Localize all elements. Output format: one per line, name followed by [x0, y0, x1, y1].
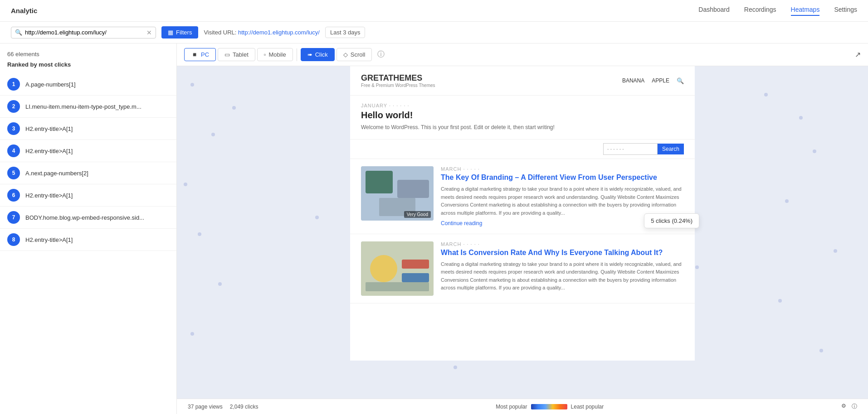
export-icon[interactable]: ↗: [855, 50, 861, 59]
visited-url-link[interactable]: http://demo1.elightup.com/lucy/: [238, 29, 320, 36]
item-number: 7: [7, 211, 20, 224]
item-label: A.page-numbers[1]: [25, 81, 76, 88]
list-item[interactable]: 8 H2.entry-title>A[1]: [0, 229, 176, 251]
item-label: H2.entry-title>A[1]: [25, 125, 73, 132]
search-icon: 🔍: [15, 29, 22, 36]
blog-post-branding: Very Good MARCH · · · · · The Key Of Bra…: [350, 159, 695, 234]
blog-nav-banana[interactable]: BANANA: [622, 77, 644, 84]
heatmap-legend: Most popular Least popular: [496, 404, 604, 410]
tab-tablet[interactable]: ▭ Tablet: [218, 48, 255, 61]
clicks-stat: 2,049 clicks: [230, 404, 258, 410]
filter-icon: ▦: [168, 29, 173, 36]
info-circle-icon[interactable]: ⓘ: [852, 403, 857, 410]
list-item[interactable]: 4 H2.entry-title>A[1]: [0, 140, 176, 162]
blog-search-input[interactable]: [603, 143, 658, 155]
info-icon[interactable]: ⓘ: [377, 50, 385, 59]
item-number: 8: [7, 233, 20, 246]
svg-rect-1: [366, 171, 393, 193]
blog-logo: GRETATHEMES Free & Premium WordPress The…: [361, 73, 435, 88]
list-item[interactable]: 7 BODY.home.blog.wp-embed-responsive.sid…: [0, 207, 176, 229]
item-label: H2.entry-title>A[1]: [25, 192, 73, 199]
bottom-right-icons: ⚙ ⓘ: [841, 403, 857, 410]
sidebar: 66 elements Ranked by most clicks 1 A.pa…: [0, 43, 177, 414]
nav-settings[interactable]: Settings: [834, 6, 857, 16]
click-tooltip: 5 clicks (0.24%): [644, 213, 699, 228]
ranked-heading: Ranked by most clicks: [0, 61, 176, 73]
tablet-icon: ▭: [224, 51, 230, 58]
list-item[interactable]: 2 LI.menu-item.menu-item-type-post_type.…: [0, 96, 176, 118]
item-label: BODY.home.blog.wp-embed-responsive.sid..…: [25, 214, 144, 221]
item-number: 6: [7, 189, 20, 202]
blog-search-icon[interactable]: 🔍: [677, 77, 684, 84]
last-days-badge[interactable]: Last 3 days: [325, 27, 366, 38]
item-number: 3: [7, 122, 20, 135]
scroll-icon: ◇: [343, 51, 348, 58]
blog-logo-tagline: Free & Premium WordPress Themes: [361, 83, 435, 88]
nav-dashboard[interactable]: Dashboard: [698, 6, 730, 16]
visited-url-label: Visited URL: http://demo1.elightup.com/l…: [204, 29, 320, 36]
tab-pc[interactable]: ◾ PC: [184, 48, 216, 61]
post-excerpt: Welcome to WordPress. This is your first…: [361, 123, 684, 132]
page-views-stat: 37 page views: [188, 404, 223, 410]
tab-scroll[interactable]: ◇ Scroll: [336, 48, 372, 61]
nav-heatmaps[interactable]: Heatmaps: [791, 6, 820, 16]
post-body: Creating a digital marketing strategy to…: [441, 185, 684, 217]
item-label: A.next.page-numbers[2]: [25, 170, 88, 177]
element-count: 66 elements: [0, 51, 176, 61]
bottom-bar: 37 page views 2,049 clicks Most popular …: [177, 399, 868, 414]
item-number: 1: [7, 78, 20, 91]
cursor-icon: ➠: [307, 51, 312, 58]
item-number: 4: [7, 144, 20, 157]
post-title[interactable]: Hello world!: [361, 110, 684, 120]
least-popular-label: Least popular: [571, 404, 604, 410]
legend-gradient: [531, 404, 567, 409]
list-item[interactable]: 6 H2.entry-title>A[1]: [0, 184, 176, 207]
post-date: MARCH · · · · ·: [441, 166, 684, 172]
filters-button[interactable]: ▦ Filters: [161, 26, 198, 39]
post-thumbnail-2: [361, 241, 434, 296]
nav-recordings[interactable]: Recordings: [744, 6, 776, 16]
item-number: 5: [7, 167, 20, 179]
url-input[interactable]: [25, 29, 146, 36]
blog-post-conversion: MARCH · · · · · What Is Conversion Rate …: [350, 234, 695, 303]
list-item[interactable]: 5 A.next.page-numbers[2]: [0, 162, 176, 184]
url-input-wrap: 🔍 ✕: [11, 27, 156, 39]
svg-rect-2: [397, 180, 429, 198]
settings-icon[interactable]: ⚙: [841, 403, 846, 410]
post-title-link[interactable]: The Key Of Branding – A Different View F…: [441, 173, 684, 182]
top-nav: Analytic Dashboard Recordings Heatmaps S…: [0, 0, 868, 22]
main-layout: 66 elements Ranked by most clicks 1 A.pa…: [0, 43, 868, 414]
search-button[interactable]: Search: [658, 144, 684, 154]
app-title: Analytic: [11, 7, 37, 14]
tab-click[interactable]: ➠ Click: [301, 48, 335, 61]
nav-links: Dashboard Recordings Heatmaps Settings: [698, 6, 857, 16]
blog-header: GRETATHEMES Free & Premium WordPress The…: [350, 66, 695, 96]
svg-rect-6: [402, 260, 429, 269]
post-date-2: MARCH · · · · ·: [441, 241, 684, 247]
item-number: 2: [7, 100, 20, 113]
clear-url-icon[interactable]: ✕: [146, 29, 152, 36]
blog-post-hello-world: JANUARY · · · · · · Hello world! Welcome…: [350, 96, 695, 140]
list-item[interactable]: 1 A.page-numbers[1]: [0, 73, 176, 96]
svg-rect-7: [402, 273, 429, 282]
bottom-stats: 37 page views 2,049 clicks: [188, 404, 258, 410]
list-item[interactable]: 3 H2.entry-title>A[1]: [0, 118, 176, 140]
svg-rect-8: [366, 282, 429, 291]
heatmap-preview: GRETATHEMES Free & Premium WordPress The…: [177, 66, 868, 399]
pc-icon: ◾: [191, 51, 198, 58]
item-label: H2.entry-title>A[1]: [25, 148, 73, 154]
mobile-icon: ▫: [264, 51, 266, 58]
post-title-link-2[interactable]: What Is Conversion Rate And Why Is Every…: [441, 249, 684, 257]
blog-preview: GRETATHEMES Free & Premium WordPress The…: [350, 66, 695, 361]
post-body-2: Creating a digital marketing strategy to…: [441, 260, 684, 292]
tab-mobile[interactable]: ▫ Mobile: [257, 48, 293, 61]
post-card-content-2: MARCH · · · · · What Is Conversion Rate …: [441, 241, 684, 296]
blog-nav-right: BANANA APPLE 🔍: [622, 77, 684, 84]
post-thumbnail: Very Good: [361, 166, 434, 221]
svg-point-5: [370, 255, 397, 282]
item-label: LI.menu-item.menu-item-type-post_type.m.…: [25, 103, 141, 110]
device-tabs-bar: ◾ PC ▭ Tablet ▫ Mobile ➠ Click ◇ Scroll …: [177, 43, 868, 66]
blog-nav-apple[interactable]: APPLE: [652, 77, 669, 84]
content-pane: ◾ PC ▭ Tablet ▫ Mobile ➠ Click ◇ Scroll …: [177, 43, 868, 414]
separator: [297, 48, 297, 61]
